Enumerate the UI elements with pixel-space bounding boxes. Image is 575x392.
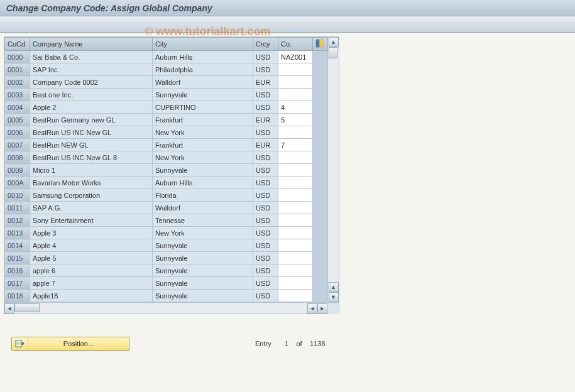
- cell-city: New York: [153, 227, 253, 239]
- col-co[interactable]: Co.: [278, 38, 313, 51]
- cell-co[interactable]: [278, 239, 313, 252]
- cell-name: Apple18: [30, 290, 153, 302]
- cell-city: CUPERTINO: [153, 101, 253, 114]
- cell-filler: [313, 227, 327, 239]
- cell-filler: [313, 89, 327, 101]
- cell-cocd: 0017: [5, 277, 30, 290]
- table-row[interactable]: 0018Apple18SunnyvaleUSD: [5, 290, 327, 302]
- col-cocd[interactable]: CoCd: [5, 38, 30, 51]
- table-row[interactable]: 0008BestRun US INC New GL 8New YorkUSD: [5, 151, 327, 164]
- table-row[interactable]: 0002Company Code 0002WalldorfEUR: [5, 76, 327, 89]
- cell-filler: [313, 101, 327, 114]
- cell-city: Sunnyvale: [153, 164, 253, 177]
- vscroll-thumb[interactable]: [329, 47, 337, 58]
- cell-co[interactable]: [278, 151, 313, 164]
- cell-cocd: 0016: [5, 264, 30, 277]
- cell-city: Auburn Hills: [153, 51, 253, 63]
- horizontal-scrollbar[interactable]: ◄ ◄ ►: [4, 302, 339, 313]
- table-row[interactable]: 0010Samsung CorporationFloridaUSD: [5, 189, 327, 202]
- hscroll-track[interactable]: [14, 303, 307, 313]
- table-row[interactable]: 0014Apple 4SunnyvaleUSD: [5, 239, 327, 252]
- col-crcy[interactable]: Crcy: [253, 38, 278, 51]
- cell-co[interactable]: 4: [278, 101, 313, 114]
- cell-crcy: USD: [253, 63, 278, 76]
- cell-crcy: USD: [253, 126, 278, 139]
- cell-cocd: 0007: [5, 139, 30, 151]
- table-row[interactable]: 0017apple 7SunnyvaleUSD: [5, 277, 327, 290]
- cell-co[interactable]: [278, 277, 313, 290]
- cell-cocd: 0000: [5, 51, 30, 63]
- cell-name: Apple 3: [30, 227, 153, 239]
- cell-city: Tennesse: [153, 214, 253, 227]
- scroll-down-icon[interactable]: ▼: [329, 292, 339, 302]
- cell-filler: [313, 239, 327, 252]
- cell-co[interactable]: [278, 227, 313, 239]
- cell-co[interactable]: 5: [278, 114, 313, 126]
- table-wrap: CoCd Company Name City Crcy Co.: [4, 36, 339, 314]
- table-row[interactable]: 0005BestRun Germany new GLFrankfurtEUR5: [5, 114, 327, 126]
- cell-cocd: 0015: [5, 252, 30, 264]
- table-row[interactable]: 0000Sai Baba & Co.Auburn HillsUSDNAZ001: [5, 51, 327, 63]
- scroll-down-up-icon[interactable]: ▲: [329, 282, 339, 292]
- cell-co[interactable]: [278, 252, 313, 264]
- cell-name: BestRun US INC New GL: [30, 126, 153, 139]
- cell-city: Sunnyvale: [153, 89, 253, 101]
- scroll-left-icon[interactable]: ◄: [4, 303, 14, 313]
- table-row[interactable]: 0004Apple 2CUPERTINOUSD4: [5, 101, 327, 114]
- cell-crcy: USD: [253, 239, 278, 252]
- cell-co[interactable]: [278, 202, 313, 214]
- table-row[interactable]: 0007BestRun NEW GLFrankfurtEUR7: [5, 139, 327, 151]
- table-settings-icon[interactable]: [315, 41, 324, 49]
- table-row[interactable]: 0001SAP Inc.PhiladelphiaUSD: [5, 63, 327, 76]
- cell-city: Sunnyvale: [153, 277, 253, 290]
- cell-co[interactable]: [278, 63, 313, 76]
- cell-co[interactable]: [278, 164, 313, 177]
- cell-city: Sunnyvale: [153, 264, 253, 277]
- cell-co[interactable]: [278, 189, 313, 202]
- scroll-right-icon[interactable]: ►: [317, 303, 327, 313]
- page-title: Change Company Code: Assign Global Compa…: [0, 0, 575, 16]
- cell-co[interactable]: [278, 126, 313, 139]
- svg-rect-0: [316, 40, 319, 47]
- table-row[interactable]: 0011SAP A.G.WalldorfUSD: [5, 202, 327, 214]
- position-button[interactable]: Position...: [11, 337, 129, 351]
- vertical-scrollbar[interactable]: ▲ ▲ ▼: [327, 37, 339, 302]
- content-area: CoCd Company Name City Crcy Co.: [0, 33, 575, 358]
- cell-name: Sony Entertainment: [30, 214, 153, 227]
- scroll-up-icon[interactable]: ▲: [329, 37, 339, 47]
- cell-co[interactable]: NAZ001: [278, 51, 313, 63]
- cell-crcy: EUR: [253, 114, 278, 126]
- col-city[interactable]: City: [153, 38, 253, 51]
- cell-name: apple 7: [30, 277, 153, 290]
- col-config[interactable]: [313, 38, 327, 51]
- cell-crcy: USD: [253, 151, 278, 164]
- table-row[interactable]: 000ABavarian Motor WorksAuburn HillsUSD: [5, 177, 327, 189]
- cell-co[interactable]: [278, 177, 313, 189]
- table-row[interactable]: 0003Best one Inc.SunnyvaleUSD: [5, 89, 327, 101]
- cell-crcy: USD: [253, 202, 278, 214]
- table-row[interactable]: 0009Micro 1SunnyvaleUSD: [5, 164, 327, 177]
- table-row[interactable]: 0015Apple 5SunnyvaleUSD: [5, 252, 327, 264]
- cell-co[interactable]: 7: [278, 139, 313, 151]
- scroll-right-left-icon[interactable]: ◄: [307, 303, 317, 313]
- table-row[interactable]: 0012Sony EntertainmentTennesseUSD: [5, 214, 327, 227]
- table-row[interactable]: 0013Apple 3New YorkUSD: [5, 227, 327, 239]
- vscroll-track[interactable]: [329, 47, 339, 282]
- cell-cocd: 0012: [5, 214, 30, 227]
- cell-filler: [313, 277, 327, 290]
- entry-current: 1: [285, 340, 288, 347]
- cell-co[interactable]: [278, 214, 313, 227]
- cell-crcy: USD: [253, 214, 278, 227]
- cell-co[interactable]: [278, 89, 313, 101]
- cell-co[interactable]: [278, 76, 313, 89]
- hscroll-thumb[interactable]: [14, 303, 40, 312]
- cell-crcy: USD: [253, 51, 278, 63]
- cell-co[interactable]: [278, 264, 313, 277]
- cell-co[interactable]: [278, 290, 313, 302]
- table-row[interactable]: 0016apple 6SunnyvaleUSD: [5, 264, 327, 277]
- entry-of: of: [296, 340, 302, 347]
- col-name[interactable]: Company Name: [30, 38, 153, 51]
- cell-filler: [313, 164, 327, 177]
- table-header-row: CoCd Company Name City Crcy Co.: [5, 38, 327, 51]
- table-row[interactable]: 0006BestRun US INC New GLNew YorkUSD: [5, 126, 327, 139]
